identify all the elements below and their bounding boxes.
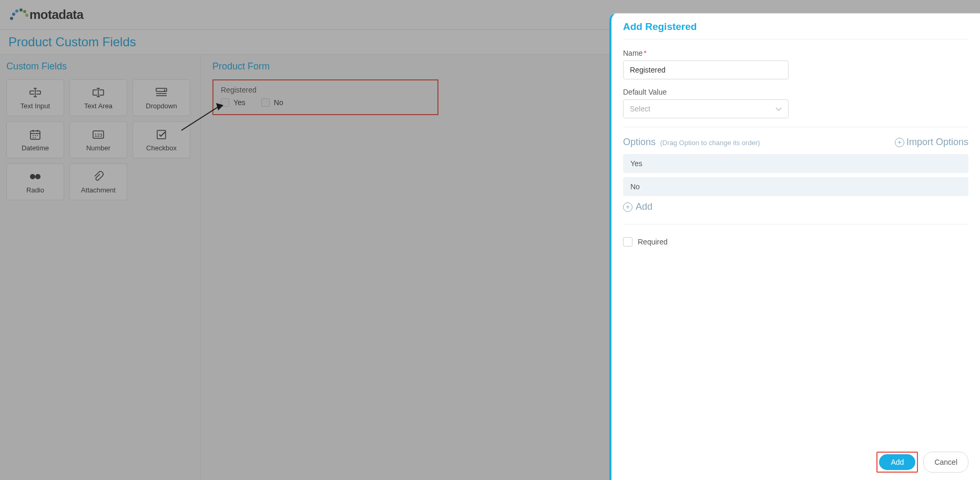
add-registered-panel: Add Registered Name* Default Value Selec… [609,13,980,480]
default-value-label: Default Value [623,88,968,96]
add-option-label: Add [636,201,652,212]
import-options-link[interactable]: + Import Options [895,137,968,148]
required-checkbox[interactable] [623,237,632,247]
option-row-yes[interactable]: Yes [623,154,968,173]
options-hint: (Drag Option to change its order) [660,139,760,147]
chevron-down-icon [775,105,782,113]
select-placeholder: Select [630,105,650,113]
options-title: Options [623,137,656,147]
cancel-button[interactable]: Cancel [923,452,968,473]
side-panel-title: Add Registered [623,21,968,33]
add-button[interactable]: Add [879,454,915,470]
name-input[interactable] [623,60,789,79]
option-label: Yes [630,159,642,168]
required-label: Required [638,238,668,246]
option-label: No [630,182,640,191]
name-label: Name* [623,49,968,57]
add-option-button[interactable]: + Add [623,201,968,212]
default-value-select[interactable]: Select [623,99,789,118]
footer-highlight: Add [876,452,918,473]
plus-circle-icon: + [623,202,632,212]
name-label-text: Name [623,49,642,57]
option-row-no[interactable]: No [623,177,968,196]
import-options-label: Import Options [906,137,968,148]
plus-circle-icon: + [895,138,904,147]
